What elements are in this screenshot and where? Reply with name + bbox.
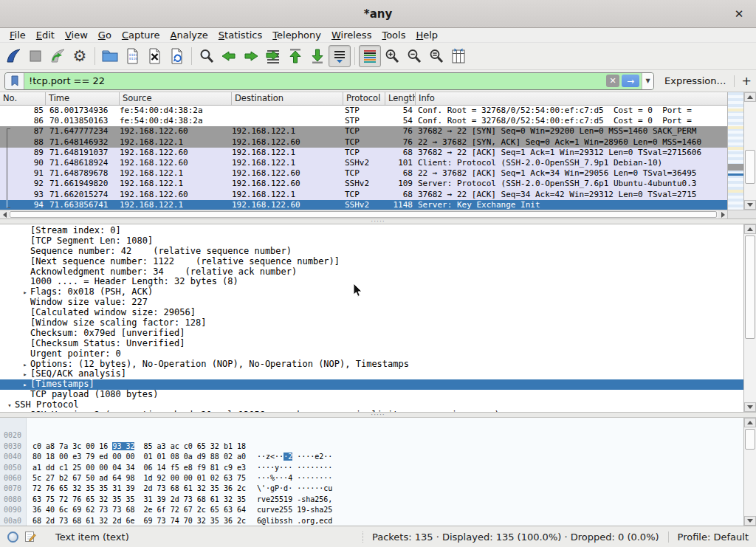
hex-row[interactable]: 0030 80 18 00 e3 79 ed 00 00 01 01 08 0a… [0, 430, 743, 441]
expander-icon[interactable]: ▸ [20, 411, 30, 412]
start-capture-fin-icon[interactable] [2, 45, 24, 67]
expression-button[interactable]: Expression… [664, 75, 726, 86]
detail-line[interactable]: Sequence number: 42 (relative sequence n… [0, 247, 743, 257]
packet-row[interactable]: 89 71.648191037 192.168.122.60 192.168.1… [0, 148, 727, 158]
packet-row[interactable]: 90 71.648618924 192.168.122.60 192.168.1… [0, 158, 727, 168]
detail-line[interactable]: TCP payload (1080 bytes) [0, 390, 743, 400]
menu-item[interactable]: Go [93, 29, 117, 41]
detail-line[interactable]: ▸[Timestamps] [0, 379, 743, 390]
detail-line[interactable]: [Next sequence number: 1122 (relative se… [0, 257, 743, 267]
detail-line[interactable]: ▸Options: (12 bytes), No-Operation (NOP)… [0, 359, 743, 370]
scroll-up-icon[interactable] [744, 224, 756, 234]
go-to-packet-icon[interactable] [262, 45, 284, 67]
packet-list-header[interactable]: No. Time Source Destination Protocol Len… [0, 92, 727, 106]
detail-line[interactable]: [TCP Segment Len: 1080] [0, 236, 743, 247]
auto-scroll-icon[interactable] [329, 45, 351, 67]
menu-item[interactable]: Capture [117, 29, 165, 41]
filter-clear-icon[interactable]: ✕ [606, 75, 619, 87]
expander-icon[interactable]: ▾ [4, 401, 15, 410]
scroll-up-icon[interactable] [744, 92, 756, 102]
add-filter-button[interactable]: + [742, 74, 752, 88]
detail-line[interactable]: Window size value: 227 [0, 297, 743, 308]
detail-line[interactable]: [Calculated window size: 29056] [0, 308, 743, 318]
hex-row[interactable]: 0050 5c 27 b2 67 50 ad 64 98 1d 92 00 00… [0, 452, 743, 462]
scroll-thumb[interactable] [10, 211, 717, 218]
close-icon[interactable]: ✕ [731, 6, 747, 22]
menu-item[interactable]: Telephony [267, 29, 326, 41]
hex-row[interactable]: 0020 c0 a8 7a 3c 00 16 93 32 85 a3 ac c0… [0, 420, 743, 430]
detail-line[interactable]: [Checksum Status: Unverified] [0, 339, 743, 349]
expander-icon[interactable]: ▸ [20, 360, 30, 370]
menu-item[interactable]: Help [410, 29, 443, 41]
scroll-down-icon[interactable] [744, 516, 756, 526]
zoom-out-icon[interactable] [403, 45, 425, 67]
expander-icon[interactable]: ▸ [20, 370, 30, 379]
detail-line[interactable]: ▸Flags: 0x018 (PSH, ACK) [0, 287, 743, 297]
menu-item[interactable]: Analyze [165, 29, 213, 41]
menu-item[interactable]: Statistics [213, 29, 267, 41]
colorize-packets-icon[interactable] [359, 45, 381, 67]
resize-columns-icon[interactable] [447, 45, 470, 67]
scroll-thumb[interactable] [745, 235, 755, 339]
scroll-thumb[interactable] [745, 429, 755, 450]
detail-line[interactable]: Checksum: 0x79ed [unverified] [0, 328, 743, 339]
title-bar[interactable]: *any ✕ [0, 0, 756, 28]
filter-apply-icon[interactable]: → [622, 75, 639, 87]
hex-row[interactable]: 0080 36 40 6c 69 62 73 73 68 2e 6f 72 67… [0, 484, 743, 494]
scroll-down-icon[interactable] [744, 402, 756, 412]
reload-file-icon[interactable] [165, 45, 188, 67]
menu-item[interactable]: Edit [31, 29, 60, 41]
column-header-no[interactable]: No. [0, 92, 46, 105]
go-to-first-icon[interactable] [284, 45, 306, 67]
stop-capture-icon[interactable] [24, 45, 47, 67]
pane-splitter[interactable]: ····· [0, 412, 756, 417]
filter-bookmark-icon[interactable] [5, 73, 24, 89]
packet-row[interactable]: 94 71.663856741 192.168.122.1 192.168.12… [0, 200, 727, 210]
bytes-vscrollbar[interactable] [743, 418, 756, 526]
expander-icon[interactable]: ▸ [20, 380, 30, 390]
save-file-icon[interactable]: 01010110 [121, 45, 143, 67]
hex-row[interactable]: 0090 68 2d 73 68 61 32 2d 6e 69 73 74 70… [0, 495, 743, 505]
detail-line[interactable]: Urgent pointer: 0 [0, 349, 743, 359]
go-back-icon[interactable] [218, 45, 240, 67]
hex-row[interactable]: 00a0 65 63 64 68 2d 73 68 61 32 2d 6e 69… [0, 505, 743, 515]
detail-line[interactable]: [Window size scaling factor: 128] [0, 318, 743, 328]
packet-row[interactable]: 91 71.648789678 192.168.122.1 192.168.12… [0, 168, 727, 179]
column-header-destination[interactable]: Destination [232, 92, 343, 105]
details-vscrollbar[interactable] [743, 224, 756, 412]
packet-list-hscrollbar[interactable] [0, 210, 727, 219]
filter-dropdown-icon[interactable]: ▼ [642, 73, 653, 89]
packet-row[interactable]: 88 71.648146932 192.168.122.1 192.168.12… [0, 137, 727, 148]
detail-line[interactable]: ▾SSH Protocol [0, 400, 743, 410]
scroll-up-icon[interactable] [744, 418, 756, 427]
expert-info-icon[interactable] [7, 531, 18, 543]
capture-comment-icon[interactable] [24, 531, 36, 543]
packet-row[interactable]: 85 68.001734936 fe:54:00:d4:38:2a STP 54… [0, 106, 727, 116]
packet-row[interactable]: 93 71.662015274 192.168.122.60 192.168.1… [0, 190, 727, 200]
column-header-source[interactable]: Source [120, 92, 232, 105]
detail-line[interactable]: ▸[SEQ/ACK analysis] [0, 369, 743, 379]
close-file-icon[interactable] [143, 45, 165, 67]
hex-row[interactable]: 0040 a1 dd c1 25 00 00 04 34 06 14 f5 e8… [0, 441, 743, 452]
packet-row[interactable]: 92 71.661949820 192.168.122.1 192.168.12… [0, 179, 727, 189]
expander-icon[interactable]: ▸ [20, 288, 30, 297]
column-header-protocol[interactable]: Protocol [343, 92, 385, 105]
menu-item[interactable]: View [60, 29, 93, 41]
column-header-length[interactable]: Length [385, 92, 416, 105]
intelligent-scrollbar-minimap[interactable] [727, 92, 743, 210]
scroll-thumb[interactable] [745, 150, 755, 184]
display-filter-input[interactable] [24, 73, 606, 89]
scroll-left-icon[interactable] [0, 210, 9, 219]
menu-item[interactable]: Tools [377, 29, 410, 41]
profile-button[interactable]: Profile: Default [668, 531, 749, 543]
packet-list-vscrollbar[interactable] [743, 92, 756, 210]
menu-item[interactable]: Wireless [326, 29, 377, 41]
restart-capture-icon[interactable] [47, 45, 69, 67]
zoom-original-icon[interactable] [425, 45, 447, 67]
zoom-in-icon[interactable] [381, 45, 403, 67]
detail-line[interactable]: 1000 .... = Header Length: 32 bytes (8) [0, 277, 743, 287]
packet-row[interactable]: 86 70.013850163 fe:54:00:d4:38:2a STP 54… [0, 116, 727, 126]
go-to-last-icon[interactable] [306, 45, 329, 67]
scroll-down-icon[interactable] [744, 200, 756, 210]
scroll-right-icon[interactable] [718, 210, 727, 219]
